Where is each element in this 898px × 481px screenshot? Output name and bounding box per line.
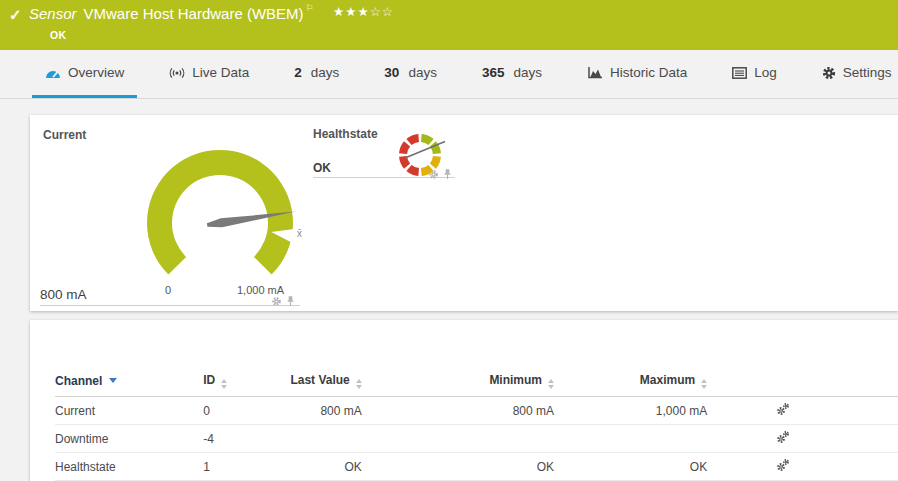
column-header-maximum[interactable]: Maximum — [554, 366, 707, 397]
current-gauge-min-label: 0 — [158, 284, 178, 296]
cell-channel[interactable]: Healthstate — [55, 453, 203, 481]
current-gauge-avg-symbol: x̄ — [297, 228, 302, 239]
sort-desc-icon — [109, 378, 117, 383]
tab-overview[interactable]: Overview — [32, 50, 137, 98]
tab-historic-data[interactable]: Historic Data — [574, 50, 700, 98]
channels-table-panel: Channel ID Last Value Minimum Maximum — [30, 320, 898, 481]
healthstate-gauge-title: Healthstate — [313, 127, 378, 141]
tab-365-days[interactable]: 365 days — [469, 50, 555, 98]
sort-icon — [701, 379, 707, 389]
column-header-id[interactable]: ID — [203, 366, 262, 397]
stars-filled[interactable]: ★★★ — [333, 5, 370, 19]
cell-last-value: OK — [262, 453, 361, 481]
tab-label: Settings — [843, 65, 892, 80]
status-badge: OK — [50, 29, 67, 41]
current-card-divider — [40, 305, 300, 306]
cell-last-value — [262, 425, 361, 453]
cell-maximum — [554, 425, 707, 453]
broadcast-icon — [169, 66, 185, 80]
status-check-icon: ✓ — [9, 6, 22, 24]
tab-number: 30 — [384, 65, 399, 80]
tab-settings[interactable]: Settings — [809, 50, 898, 98]
column-header-edit — [707, 366, 898, 397]
healthstate-gauge-segment — [421, 138, 431, 142]
healthstate-gauge-segment — [409, 168, 419, 172]
current-gauge-title: Current — [43, 128, 86, 142]
sensor-header: ✓ SensorVMware Host Hardware (WBEM)⚐ ★★★… — [0, 0, 898, 50]
page-title: VMware Host Hardware (WBEM) — [84, 5, 304, 22]
sensor-title-line: SensorVMware Host Hardware (WBEM)⚐ — [29, 5, 314, 22]
table-row[interactable]: Healthstate 1 OK OK OK — [55, 453, 898, 481]
healthstate-gauge-pin-icon[interactable] — [442, 168, 453, 180]
table-row[interactable]: Current 0 800 mA 800 mA 1,000 mA — [55, 397, 898, 425]
sort-icon — [221, 379, 227, 389]
tab-log[interactable]: Log — [719, 50, 790, 98]
stars-empty[interactable]: ☆☆ — [370, 5, 394, 19]
tab-live-data[interactable]: Live Data — [156, 50, 262, 98]
flag-icon[interactable]: ⚐ — [306, 3, 314, 13]
current-gauge-pin-icon[interactable] — [285, 295, 296, 307]
table-header-row: Channel ID Last Value Minimum Maximum — [55, 366, 898, 397]
cell-id: -4 — [203, 425, 262, 453]
healthstate-gauge-settings-icon[interactable] — [428, 169, 439, 180]
column-header-minimum[interactable]: Minimum — [362, 366, 554, 397]
healthstate-gauge-segment — [409, 138, 419, 142]
tab-number: 2 — [294, 65, 302, 80]
healthstate-last-value: OK — [313, 161, 331, 175]
tab-label: Overview — [68, 65, 124, 80]
table-row[interactable]: Downtime -4 — [55, 425, 898, 453]
tab-label: Log — [754, 65, 777, 80]
tab-2-days[interactable]: 2 days — [281, 50, 352, 98]
cell-maximum: 1,000 mA — [554, 397, 707, 425]
sort-icon — [356, 379, 362, 389]
cell-channel[interactable]: Current — [55, 397, 203, 425]
tab-bar: Overview Live Data 2 days 30 days 365 da… — [0, 50, 898, 99]
gear-icon — [822, 66, 836, 80]
channel-edit-button[interactable] — [775, 430, 791, 444]
current-gauge-settings-icon[interactable] — [271, 296, 282, 307]
cell-maximum: OK — [554, 453, 707, 481]
channel-edit-button[interactable] — [775, 458, 791, 472]
sort-icon — [548, 379, 554, 389]
cell-minimum: 800 mA — [362, 397, 554, 425]
tab-30-days[interactable]: 30 days — [371, 50, 450, 98]
healthstate-gauge-segment — [433, 156, 437, 166]
current-gauge-arc — [147, 150, 293, 275]
cell-channel[interactable]: Downtime — [55, 425, 203, 453]
sensor-kind-label: Sensor — [29, 5, 77, 22]
priority-stars[interactable]: ★★★☆☆ — [333, 4, 394, 19]
current-last-value: 800 mA — [40, 287, 87, 302]
gauge-icon — [45, 67, 61, 79]
area-chart-icon — [587, 66, 603, 79]
tab-label: days — [408, 65, 437, 80]
cell-minimum — [362, 425, 554, 453]
cell-id: 0 — [203, 397, 262, 425]
column-header-last-value[interactable]: Last Value — [262, 366, 361, 397]
cell-last-value: 800 mA — [262, 397, 361, 425]
channel-edit-button[interactable] — [775, 402, 791, 416]
tab-label: Live Data — [192, 65, 249, 80]
cell-minimum: OK — [362, 453, 554, 481]
tab-label: Historic Data — [610, 65, 687, 80]
current-gauge: x̄ — [125, 138, 320, 300]
channels-table: Channel ID Last Value Minimum Maximum — [55, 366, 898, 481]
healthstate-gauge-segment — [403, 144, 407, 154]
log-icon — [732, 67, 747, 79]
tab-label: days — [311, 65, 340, 80]
cell-id: 1 — [203, 453, 262, 481]
tab-number: 365 — [482, 65, 505, 80]
overview-gauges-panel: Current x̄ 0 1,000 mA 800 mA Healthstate — [30, 115, 898, 311]
column-header-channel[interactable]: Channel — [55, 366, 203, 397]
tab-label: days — [513, 65, 542, 80]
